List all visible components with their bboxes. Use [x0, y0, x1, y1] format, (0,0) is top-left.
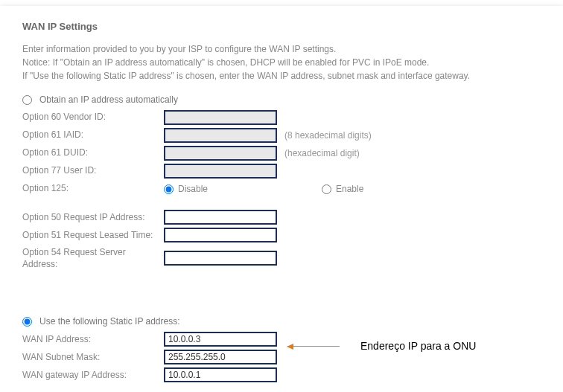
opt61-duid-hint: (hexadecimal digit): [284, 148, 360, 158]
intro-line-3: If "Use the following Static IP address"…: [22, 69, 541, 83]
obtain-auto-label: Obtain an IP address automatically: [39, 94, 178, 105]
opt51-label: Option 51 Request Leased Time:: [22, 228, 164, 242]
auto-ip-section: Obtain an IP address automatically Optio…: [22, 94, 541, 271]
opt61-iaid-hint: (8 hexadecimal digits): [284, 130, 372, 141]
wan-gateway-label: WAN gateway IP Address:: [22, 370, 164, 382]
page-title: WAN IP Settings: [22, 21, 541, 32]
opt54-label: Option 54 Request Server Address:: [22, 245, 164, 271]
opt61-iaid-input[interactable]: [164, 128, 277, 143]
opt125-label: Option 125:: [22, 183, 164, 195]
opt61-iaid-label: Option 61 IAID:: [22, 129, 164, 141]
opt60-label: Option 60 Vendor ID:: [22, 112, 164, 123]
wan-ip-label: WAN IP Address:: [22, 334, 164, 346]
opt50-input[interactable]: [164, 210, 277, 225]
intro-line-1: Enter information provided to you by you…: [22, 42, 541, 56]
opt125-disable-radio[interactable]: [164, 184, 174, 194]
opt54-input[interactable]: [164, 251, 277, 266]
arrow-icon: [287, 346, 340, 347]
static-ip-label: Use the following Static IP address:: [39, 316, 180, 327]
annotation-arrow: Endereço IP para a ONU: [287, 340, 476, 352]
opt125-disable-label: Disable: [178, 184, 208, 194]
opt60-input[interactable]: [164, 110, 277, 125]
annotation-text: Endereço IP para a ONU: [360, 340, 476, 352]
wan-subnet-label: WAN Subnet Mask:: [22, 352, 164, 364]
opt61-duid-label: Option 61 DUID:: [22, 147, 164, 159]
wan-ip-input[interactable]: [164, 332, 277, 347]
wan-subnet-input[interactable]: [164, 350, 277, 364]
opt125-enable-radio[interactable]: [322, 184, 331, 194]
opt50-label: Option 50 Request IP Address:: [22, 210, 164, 225]
wan-gateway-input[interactable]: [164, 367, 277, 382]
opt77-label: Option 77 User ID:: [22, 165, 164, 177]
opt77-input[interactable]: [164, 164, 277, 179]
obtain-auto-radio[interactable]: [22, 95, 32, 105]
opt61-duid-input[interactable]: [164, 146, 277, 161]
intro-text: Enter information provided to you by you…: [22, 42, 541, 83]
intro-line-2: Notice: If "Obtain an IP address automat…: [22, 56, 541, 69]
opt51-input[interactable]: [164, 228, 277, 242]
opt125-enable-label: Enable: [336, 184, 363, 194]
static-ip-radio[interactable]: [22, 317, 32, 327]
